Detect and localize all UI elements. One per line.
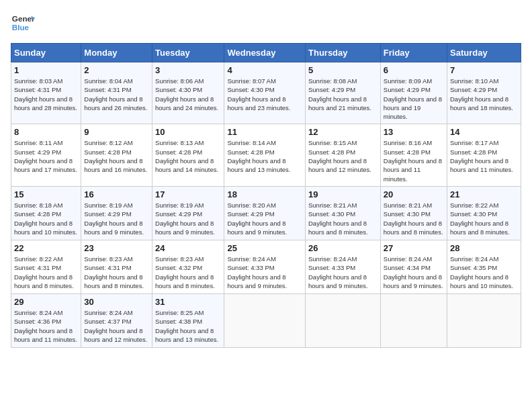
day-info: Sunrise: 8:24 AM Sunset: 4:33 PM Dayligh…: [227, 255, 302, 290]
table-row: 1 Sunrise: 8:03 AM Sunset: 4:31 PM Dayli…: [11, 62, 81, 124]
col-monday: Monday: [81, 44, 152, 62]
day-info: Sunrise: 8:07 AM Sunset: 4:30 PM Dayligh…: [227, 77, 302, 112]
day-info: Sunrise: 8:16 AM Sunset: 4:28 PM Dayligh…: [384, 138, 444, 183]
day-number: 14: [450, 127, 518, 137]
day-info: Sunrise: 8:18 AM Sunset: 4:28 PM Dayligh…: [14, 201, 78, 236]
table-row: 7 Sunrise: 8:10 AM Sunset: 4:29 PM Dayli…: [447, 62, 521, 124]
table-row: 14 Sunrise: 8:17 AM Sunset: 4:28 PM Dayl…: [447, 124, 521, 186]
day-number: 24: [155, 243, 221, 253]
calendar-table: Sunday Monday Tuesday Wednesday Thursday…: [11, 43, 521, 348]
table-row: 9 Sunrise: 8:12 AM Sunset: 4:28 PM Dayli…: [81, 124, 152, 186]
day-info: Sunrise: 8:24 AM Sunset: 4:34 PM Dayligh…: [384, 255, 444, 290]
page-header: General Blue: [11, 11, 521, 35]
day-info: Sunrise: 8:13 AM Sunset: 4:28 PM Dayligh…: [155, 138, 221, 174]
day-info: Sunrise: 8:17 AM Sunset: 4:28 PM Dayligh…: [450, 138, 518, 174]
table-row: 21 Sunrise: 8:22 AM Sunset: 4:30 PM Dayl…: [447, 186, 521, 240]
calendar-row: 1 Sunrise: 8:03 AM Sunset: 4:31 PM Dayli…: [11, 62, 521, 124]
calendar-row: 15 Sunrise: 8:18 AM Sunset: 4:28 PM Dayl…: [11, 186, 521, 240]
day-number: 27: [384, 243, 444, 253]
logo: General Blue: [11, 11, 35, 35]
day-number: 13: [384, 127, 444, 137]
day-number: 26: [308, 243, 378, 253]
day-number: 8: [14, 127, 78, 137]
table-row: [306, 293, 381, 347]
col-thursday: Thursday: [306, 44, 381, 62]
day-number: 10: [155, 127, 221, 137]
calendar-body: 1 Sunrise: 8:03 AM Sunset: 4:31 PM Dayli…: [11, 62, 521, 348]
table-row: 31 Sunrise: 8:25 AM Sunset: 4:38 PM Dayl…: [152, 293, 224, 347]
table-row: 20 Sunrise: 8:21 AM Sunset: 4:30 PM Dayl…: [380, 186, 447, 240]
svg-text:Blue: Blue: [12, 23, 30, 32]
table-row: 6 Sunrise: 8:09 AM Sunset: 4:29 PM Dayli…: [380, 62, 447, 124]
day-number: 12: [308, 127, 378, 137]
header-row: Sunday Monday Tuesday Wednesday Thursday…: [11, 44, 521, 62]
col-friday: Friday: [380, 44, 447, 62]
day-info: Sunrise: 8:11 AM Sunset: 4:29 PM Dayligh…: [14, 138, 78, 174]
day-info: Sunrise: 8:04 AM Sunset: 4:31 PM Dayligh…: [84, 77, 149, 112]
table-row: 23 Sunrise: 8:23 AM Sunset: 4:31 PM Dayl…: [81, 240, 152, 293]
day-info: Sunrise: 8:22 AM Sunset: 4:31 PM Dayligh…: [14, 255, 78, 290]
day-info: Sunrise: 8:03 AM Sunset: 4:31 PM Dayligh…: [14, 77, 78, 112]
table-row: [380, 293, 447, 347]
day-number: 2: [84, 65, 149, 75]
table-row: 13 Sunrise: 8:16 AM Sunset: 4:28 PM Dayl…: [380, 124, 447, 186]
day-number: 17: [155, 189, 221, 199]
day-number: 20: [384, 189, 444, 199]
day-info: Sunrise: 8:23 AM Sunset: 4:31 PM Dayligh…: [84, 255, 149, 290]
table-row: 22 Sunrise: 8:22 AM Sunset: 4:31 PM Dayl…: [11, 240, 81, 293]
table-row: 18 Sunrise: 8:20 AM Sunset: 4:29 PM Dayl…: [224, 186, 306, 240]
day-number: 6: [384, 65, 444, 75]
table-row: 27 Sunrise: 8:24 AM Sunset: 4:34 PM Dayl…: [380, 240, 447, 293]
calendar-row: 22 Sunrise: 8:22 AM Sunset: 4:31 PM Dayl…: [11, 240, 521, 293]
day-info: Sunrise: 8:15 AM Sunset: 4:28 PM Dayligh…: [308, 138, 378, 174]
day-number: 25: [227, 243, 302, 253]
table-row: 26 Sunrise: 8:24 AM Sunset: 4:33 PM Dayl…: [306, 240, 381, 293]
day-info: Sunrise: 8:20 AM Sunset: 4:29 PM Dayligh…: [227, 201, 302, 236]
calendar-row: 8 Sunrise: 8:11 AM Sunset: 4:29 PM Dayli…: [11, 124, 521, 186]
table-row: 8 Sunrise: 8:11 AM Sunset: 4:29 PM Dayli…: [11, 124, 81, 186]
day-info: Sunrise: 8:24 AM Sunset: 4:36 PM Dayligh…: [14, 308, 78, 344]
table-row: 25 Sunrise: 8:24 AM Sunset: 4:33 PM Dayl…: [224, 240, 306, 293]
table-row: 17 Sunrise: 8:19 AM Sunset: 4:29 PM Dayl…: [152, 186, 224, 240]
table-row: 2 Sunrise: 8:04 AM Sunset: 4:31 PM Dayli…: [81, 62, 152, 124]
table-row: 15 Sunrise: 8:18 AM Sunset: 4:28 PM Dayl…: [11, 186, 81, 240]
day-number: 21: [450, 189, 518, 199]
day-info: Sunrise: 8:25 AM Sunset: 4:38 PM Dayligh…: [155, 308, 221, 344]
day-info: Sunrise: 8:12 AM Sunset: 4:28 PM Dayligh…: [84, 138, 149, 174]
table-row: 16 Sunrise: 8:19 AM Sunset: 4:29 PM Dayl…: [81, 186, 152, 240]
day-info: Sunrise: 8:14 AM Sunset: 4:28 PM Dayligh…: [227, 138, 302, 174]
day-number: 28: [450, 243, 518, 253]
day-number: 5: [308, 65, 378, 75]
table-row: 5 Sunrise: 8:08 AM Sunset: 4:29 PM Dayli…: [306, 62, 381, 124]
table-row: 19 Sunrise: 8:21 AM Sunset: 4:30 PM Dayl…: [306, 186, 381, 240]
table-row: 10 Sunrise: 8:13 AM Sunset: 4:28 PM Dayl…: [152, 124, 224, 186]
day-number: 18: [227, 189, 302, 199]
day-number: 7: [450, 65, 518, 75]
day-info: Sunrise: 8:08 AM Sunset: 4:29 PM Dayligh…: [308, 77, 378, 112]
col-saturday: Saturday: [447, 44, 521, 62]
day-info: Sunrise: 8:21 AM Sunset: 4:30 PM Dayligh…: [384, 201, 444, 236]
day-info: Sunrise: 8:19 AM Sunset: 4:29 PM Dayligh…: [155, 201, 221, 236]
table-row: 30 Sunrise: 8:24 AM Sunset: 4:37 PM Dayl…: [81, 293, 152, 347]
day-info: Sunrise: 8:10 AM Sunset: 4:29 PM Dayligh…: [450, 77, 518, 112]
table-row: [224, 293, 306, 347]
table-row: 28 Sunrise: 8:24 AM Sunset: 4:35 PM Dayl…: [447, 240, 521, 293]
table-row: 29 Sunrise: 8:24 AM Sunset: 4:36 PM Dayl…: [11, 293, 81, 347]
day-number: 11: [227, 127, 302, 137]
day-info: Sunrise: 8:06 AM Sunset: 4:30 PM Dayligh…: [155, 77, 221, 112]
table-row: 24 Sunrise: 8:23 AM Sunset: 4:32 PM Dayl…: [152, 240, 224, 293]
day-number: 9: [84, 127, 149, 137]
day-info: Sunrise: 8:22 AM Sunset: 4:30 PM Dayligh…: [450, 201, 518, 236]
day-number: 19: [308, 189, 378, 199]
day-number: 29: [14, 297, 78, 307]
day-info: Sunrise: 8:23 AM Sunset: 4:32 PM Dayligh…: [155, 255, 221, 290]
day-info: Sunrise: 8:24 AM Sunset: 4:35 PM Dayligh…: [450, 255, 518, 290]
day-number: 23: [84, 243, 149, 253]
table-row: 4 Sunrise: 8:07 AM Sunset: 4:30 PM Dayli…: [224, 62, 306, 124]
day-number: 31: [155, 297, 221, 307]
table-row: [447, 293, 521, 347]
table-row: 12 Sunrise: 8:15 AM Sunset: 4:28 PM Dayl…: [306, 124, 381, 186]
day-number: 3: [155, 65, 221, 75]
day-info: Sunrise: 8:09 AM Sunset: 4:29 PM Dayligh…: [384, 77, 444, 121]
day-number: 15: [14, 189, 78, 199]
